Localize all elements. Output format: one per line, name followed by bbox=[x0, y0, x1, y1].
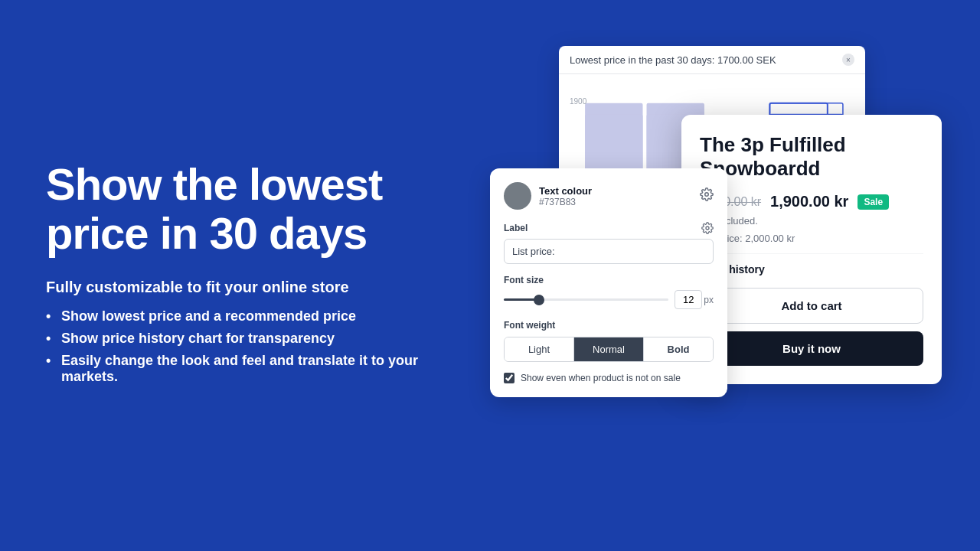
font-size-row: px bbox=[504, 290, 714, 309]
slider-fill bbox=[504, 298, 537, 301]
panel-header: Text colour #737B83 bbox=[504, 182, 714, 210]
chart-title: Lowest price in the past 30 days: 1700.0… bbox=[570, 54, 776, 66]
add-to-cart-button[interactable]: Add to cart bbox=[700, 288, 923, 324]
sale-price: 1,900.00 kr bbox=[770, 193, 848, 210]
color-swatch[interactable] bbox=[504, 182, 531, 210]
bullet-item-2: Show price history chart for transparenc… bbox=[46, 331, 459, 347]
font-size-unit: px bbox=[704, 295, 714, 305]
font-size-number-input[interactable] bbox=[675, 290, 702, 309]
chart-close-button[interactable]: × bbox=[842, 54, 854, 66]
panel-settings-icon[interactable] bbox=[700, 187, 714, 204]
color-label-title: Text colour bbox=[539, 185, 592, 197]
bullet-list: Show lowest price and a recommended pric… bbox=[46, 308, 459, 385]
slider-track bbox=[504, 298, 668, 301]
show-when-not-on-sale-row: Show even when product is not on sale bbox=[504, 373, 714, 383]
font-size-slider[interactable] bbox=[504, 292, 668, 308]
font-weight-buttons: Light Normal Bold bbox=[504, 337, 714, 362]
font-weight-normal-button[interactable]: Normal bbox=[574, 337, 644, 361]
tax-note: Tax included. bbox=[700, 215, 923, 227]
list-price-note: List price: 2,000.00 kr bbox=[700, 233, 923, 244]
chart-y-label: 1900 bbox=[570, 97, 586, 106]
show-when-not-on-sale-checkbox[interactable] bbox=[504, 373, 514, 383]
bullet-item-3: Easily change the look and feel and tran… bbox=[46, 353, 459, 385]
slider-thumb[interactable] bbox=[534, 295, 544, 305]
main-content: Show the lowest price in 30 days Fully c… bbox=[0, 0, 980, 551]
customization-panel: Text colour #737B83 Label Font size bbox=[490, 168, 727, 397]
sale-badge: Sale bbox=[858, 194, 889, 210]
font-weight-bold-button[interactable]: Bold bbox=[644, 337, 713, 361]
main-heading: Show the lowest price in 30 days bbox=[46, 160, 459, 258]
buy-now-button[interactable]: Buy it now bbox=[700, 331, 923, 366]
panel-color-info: Text colour #737B83 bbox=[504, 182, 592, 210]
color-label-hex: #737B83 bbox=[539, 197, 592, 207]
font-size-input-group: px bbox=[675, 290, 714, 309]
sub-heading: Fully customizable to fit your online st… bbox=[46, 279, 459, 296]
font-weight-label: Font weight bbox=[504, 320, 714, 331]
label-input[interactable] bbox=[504, 239, 714, 264]
bullet-item-1: Show lowest price and a recommended pric… bbox=[46, 308, 459, 324]
svg-point-10 bbox=[706, 227, 709, 230]
left-section: Show the lowest price in 30 days Fully c… bbox=[46, 160, 490, 392]
font-weight-light-button[interactable]: Light bbox=[505, 337, 574, 361]
font-size-label: Font size bbox=[504, 275, 714, 285]
right-section: Lowest price in the past 30 days: 1700.0… bbox=[490, 31, 934, 520]
checkbox-label: Show even when product is not on sale bbox=[521, 373, 681, 383]
svg-point-9 bbox=[705, 193, 709, 197]
product-title: The 3p Fulfilled Snowboardd bbox=[700, 133, 923, 181]
price-history-label: Price history bbox=[700, 253, 923, 276]
chart-header: Lowest price in the past 30 days: 1700.0… bbox=[559, 46, 865, 74]
label-settings-icon[interactable] bbox=[701, 222, 714, 234]
color-label-group: Text colour #737B83 bbox=[539, 185, 592, 207]
label-field-label: Label bbox=[504, 222, 714, 234]
price-row: 1,950.00 kr 1,900.00 kr Sale bbox=[700, 193, 923, 210]
